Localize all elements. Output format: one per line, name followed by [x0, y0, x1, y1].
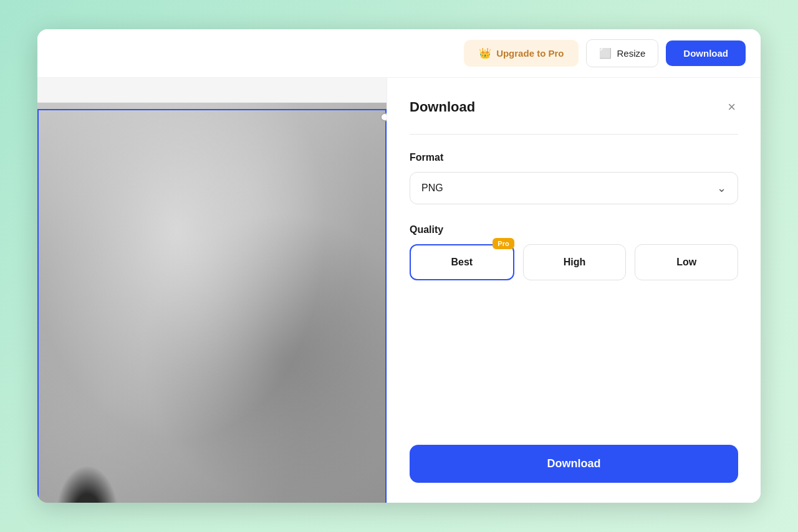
image-top-bar: [37, 78, 387, 103]
close-button[interactable]: ×: [725, 98, 738, 116]
quality-high-button[interactable]: High: [523, 244, 627, 280]
upgrade-label: Upgrade to Pro: [496, 48, 564, 59]
resize-button[interactable]: ⬜ Resize: [586, 39, 658, 67]
main-content: Download × Format PNG ⌄ Quality: [37, 78, 761, 503]
quality-section: Quality Pro Best High Low: [410, 224, 738, 280]
resize-label: Resize: [617, 48, 645, 59]
panel-title: Download: [410, 99, 475, 115]
format-select[interactable]: PNG ⌄: [410, 172, 738, 204]
format-section: Format PNG ⌄: [410, 152, 738, 224]
quality-options: Pro Best High Low: [410, 244, 738, 280]
close-icon: ×: [728, 100, 736, 114]
selection-border: [37, 109, 387, 503]
panel-header: Download ×: [410, 98, 738, 116]
pro-badge: Pro: [493, 238, 514, 249]
download-top-button[interactable]: Download: [666, 40, 746, 66]
download-panel: Download × Format PNG ⌄ Quality: [387, 78, 761, 503]
quality-label: Quality: [410, 224, 738, 235]
quality-high-label: High: [564, 257, 586, 268]
chevron-down-icon: ⌄: [717, 181, 726, 195]
image-panel: [37, 78, 387, 503]
upgrade-to-pro-button[interactable]: 👑 Upgrade to Pro: [464, 40, 579, 67]
format-label: Format: [410, 152, 738, 163]
format-select-wrapper: PNG ⌄: [410, 172, 738, 204]
download-main-button[interactable]: Download: [410, 445, 738, 483]
quality-low-label: Low: [676, 257, 696, 268]
quality-best-button[interactable]: Pro Best: [410, 244, 514, 280]
app-container: 👑 Upgrade to Pro ⬜ Resize Download: [37, 29, 761, 503]
quality-best-label: Best: [451, 257, 473, 268]
toolbar: 👑 Upgrade to Pro ⬜ Resize Download: [37, 29, 761, 78]
resize-icon: ⬜: [599, 47, 612, 59]
quality-low-button[interactable]: Low: [635, 244, 738, 280]
crown-icon: 👑: [479, 47, 491, 59]
divider: [410, 134, 738, 135]
selection-handle[interactable]: [380, 113, 387, 121]
image-canvas: [37, 103, 387, 503]
format-value: PNG: [421, 183, 443, 194]
